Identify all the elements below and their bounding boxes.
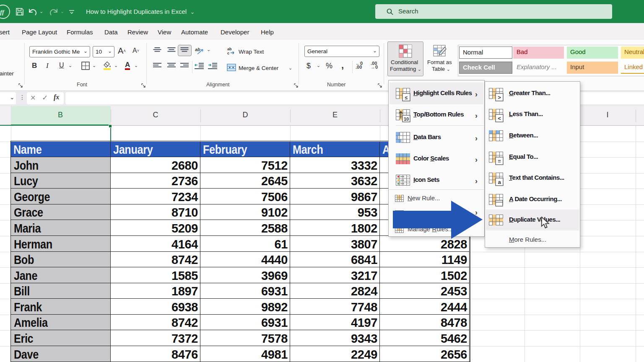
- svg-text:a: a: [498, 179, 501, 185]
- svg-text:=: =: [498, 158, 501, 164]
- svg-text:<: <: [498, 115, 501, 122]
- svg-text:ab: ab: [227, 47, 232, 51]
- svg-text:>: >: [498, 94, 501, 101]
- svg-text:10: 10: [404, 116, 409, 122]
- svg-text:c: c: [227, 51, 229, 55]
- svg-text:≤: ≤: [405, 95, 408, 101]
- svg-text:ab: ab: [195, 47, 200, 52]
- svg-text:ff: ff: [0, 9, 5, 16]
